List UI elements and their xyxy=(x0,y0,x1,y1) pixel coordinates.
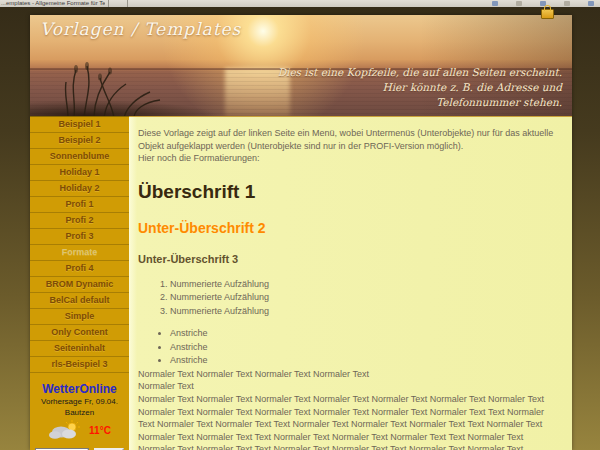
sidebar-item-holiday-2[interactable]: Holiday 2 xyxy=(30,181,129,197)
header-tagline: Dies ist eine Kopfzeile, die auf allen S… xyxy=(278,65,562,111)
heading-3: Unter-Überschrift 3 xyxy=(138,253,562,265)
sidebar-item-only-content[interactable]: Only Content xyxy=(30,325,129,341)
tab-separator xyxy=(127,0,128,7)
brand-text: Wetter xyxy=(42,382,79,396)
temperature: 11°C xyxy=(89,425,111,436)
sidebar-item-belcal-default[interactable]: BelCal default xyxy=(30,293,129,309)
formats-intro: Hier noch die Formatierungen: xyxy=(138,152,562,165)
tagline-line: Dies ist eine Kopfzeile, die auf allen S… xyxy=(278,65,562,80)
lock-icon[interactable] xyxy=(541,9,554,19)
browser-bar: ...emplates - Allgemeine Formate für Tex… xyxy=(0,0,600,7)
main-row: Beispiel 1Beispiel 2SonnenblumeHoliday 1… xyxy=(30,116,572,450)
normal-text-long: Normaler Text Normaler Text Normaler Tex… xyxy=(138,393,562,450)
wetteronline-logo[interactable]: WetterOnline xyxy=(30,383,129,396)
sun-behind-cloud-icon xyxy=(48,420,82,440)
bullet-list: AnstricheAnstricheAnstriche xyxy=(138,327,562,368)
sidebar-item-seiteninhalt[interactable]: Seiteninhalt xyxy=(30,341,129,357)
bullet-list-item: Anstriche xyxy=(170,341,562,355)
sidebar-item-sonnenblume[interactable]: Sonnenblume xyxy=(30,149,129,165)
toolbar-icon[interactable] xyxy=(564,1,570,6)
sidebar-item-holiday-1[interactable]: Holiday 1 xyxy=(30,165,129,181)
toolbar-icon[interactable] xyxy=(492,1,498,6)
forecast-date: Vorhersage Fr, 09.04. xyxy=(30,396,129,407)
sidebar-item-rls-beispiel-3[interactable]: rls-Beispiel 3 xyxy=(30,357,129,373)
sidebar-item-profi-1[interactable]: Profi 1 xyxy=(30,197,129,213)
toolbar-icon[interactable] xyxy=(588,1,594,6)
weather-widget: WetterOnline Vorhersage Fr, 09.04. Bautz… xyxy=(30,383,129,450)
forecast-city: Bautzen xyxy=(30,407,129,418)
bullet-list-item: Anstriche xyxy=(170,354,562,368)
sidebar-item-formate[interactable]: Formate xyxy=(30,245,129,261)
heading-2: Unter-Überschrift 2 xyxy=(138,220,562,236)
sidebar-item-brom-dynamic[interactable]: BROM Dynamic xyxy=(30,277,129,293)
site-container: Vorlagen / Templates Dies ist eine Kopfz… xyxy=(30,15,572,450)
numbered-list-item: Nummerierte Aufzählung xyxy=(170,278,562,292)
numbered-list: Nummerierte AufzählungNummerierte Aufzäh… xyxy=(138,278,562,319)
site-title: Vorlagen / Templates xyxy=(40,19,241,39)
numbered-list-item: Nummerierte Aufzählung xyxy=(170,305,562,319)
heading-1: Überschrift 1 xyxy=(138,181,562,203)
tab-separator xyxy=(108,0,109,7)
brand-o-sun-icon: O xyxy=(79,382,88,396)
normal-text-short: Normaler Text Normaler Text Normaler Tex… xyxy=(138,368,562,393)
header-image: Vorlagen / Templates Dies ist eine Kopfz… xyxy=(30,15,572,116)
sidebar-item-profi-2[interactable]: Profi 2 xyxy=(30,213,129,229)
grass-icon xyxy=(60,60,210,116)
sidebar: Beispiel 1Beispiel 2SonnenblumeHoliday 1… xyxy=(30,116,129,450)
intro-paragraph: Diese Vorlage zeigt auf der linken Seite… xyxy=(138,127,562,152)
browser-tab-title[interactable]: ...emplates - Allgemeine Formate für Tex… xyxy=(0,0,105,7)
toolbar-icon[interactable] xyxy=(516,1,522,6)
content-area: Diese Vorlage zeigt auf der linken Seite… xyxy=(129,116,572,450)
bullet-list-item: Anstriche xyxy=(170,327,562,341)
tagline-line: Hier könnte z. B. die Adresse und xyxy=(278,80,562,95)
sidebar-item-beispiel-1[interactable]: Beispiel 1 xyxy=(30,117,129,133)
brand-text: nline xyxy=(89,382,117,396)
sidebar-item-profi-4[interactable]: Profi 4 xyxy=(30,261,129,277)
numbered-list-item: Nummerierte Aufzählung xyxy=(170,291,562,305)
sidebar-menu: Beispiel 1Beispiel 2SonnenblumeHoliday 1… xyxy=(30,117,129,373)
sidebar-item-beispiel-2[interactable]: Beispiel 2 xyxy=(30,133,129,149)
tagline-line: Telefonnummer stehen. xyxy=(278,95,562,110)
sidebar-item-simple[interactable]: Simple xyxy=(30,309,129,325)
sidebar-item-profi-3[interactable]: Profi 3 xyxy=(30,229,129,245)
